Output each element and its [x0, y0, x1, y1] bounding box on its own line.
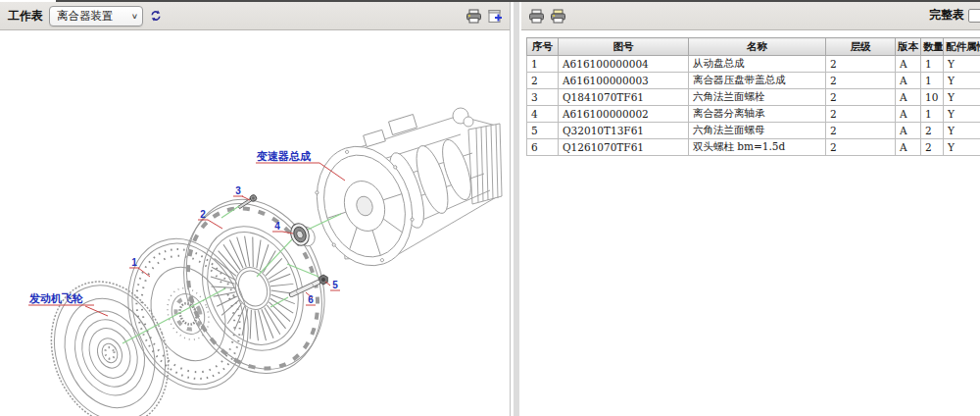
cell-version: A: [896, 139, 921, 156]
table-row[interactable]: 1 A616100000004 从动盘总成 2 A 1 Y: [527, 56, 980, 73]
cell-no: 4: [527, 106, 559, 123]
cell-qty: 10: [921, 89, 944, 106]
col-name[interactable]: 名称: [689, 38, 826, 56]
parts-toolbar: 完整表: [521, 2, 980, 30]
cell-attr: Y: [944, 89, 980, 106]
cell-version: A: [896, 56, 921, 73]
cell-qty: 2: [921, 139, 944, 156]
cell-qty: 2: [921, 123, 944, 139]
chevron-down-icon: ∨: [131, 12, 138, 21]
sheet-select-value: 离合器装置: [57, 9, 114, 24]
cell-version: A: [896, 106, 921, 123]
cell-qty: 1: [921, 73, 944, 89]
cell-version: A: [896, 89, 921, 106]
col-level[interactable]: 层级: [826, 38, 896, 56]
col-attr[interactable]: 配件属性: [944, 38, 980, 56]
cell-partno: Q1841070TF61: [559, 89, 689, 106]
cell-attr: Y: [944, 123, 980, 139]
print-button[interactable]: [465, 6, 482, 26]
worksheet-toolbar: 工作表 离合器装置 ∨: [0, 2, 510, 30]
cell-name: 离合器压盘带盖总成: [689, 73, 826, 89]
cell-level: 2: [826, 106, 896, 123]
app-window: 工作表 离合器装置 ∨: [0, 0, 980, 416]
cell-partno: A616100000004: [559, 56, 689, 73]
table-row[interactable]: 3 Q1841070TF61 六角法兰面螺栓 2 A 10 Y: [527, 89, 980, 106]
transmission-assembly-link[interactable]: 变速器总成: [256, 150, 312, 162]
cell-attr: Y: [944, 73, 980, 89]
cell-attr: Y: [944, 106, 980, 123]
print-icon: [528, 9, 545, 24]
print-preview-button[interactable]: [549, 6, 566, 26]
cell-level: 2: [826, 89, 896, 106]
cell-partno: Q1261070TF61: [559, 139, 689, 156]
engine-flywheel-link[interactable]: 发动机飞轮: [28, 292, 83, 304]
table-row[interactable]: 6 Q1261070TF61 双头螺柱 bm=1.5d 2 A 2 Y: [527, 139, 980, 156]
callout-4[interactable]: 4: [274, 221, 280, 232]
cell-attr: Y: [944, 139, 980, 156]
panel-splitter[interactable]: [514, 2, 519, 416]
table-row[interactable]: 4 A616100000002 离合器分离轴承 2 A 1 Y: [527, 106, 980, 123]
cell-no: 6: [527, 139, 559, 156]
flywheel-drawing: [31, 265, 188, 416]
callout-2[interactable]: 2: [200, 209, 206, 220]
callout-5[interactable]: 5: [332, 280, 338, 290]
new-window-icon: [488, 9, 503, 24]
refresh-icon: [149, 9, 163, 23]
print-icon: [466, 9, 482, 24]
cell-no: 5: [527, 123, 559, 139]
cell-partno: A616100000002: [559, 106, 689, 123]
table-row[interactable]: 2 A616100000003 离合器压盘带盖总成 2 A 1 Y: [527, 73, 980, 89]
sheet-select[interactable]: 离合器装置 ∨: [49, 6, 143, 26]
cell-qty: 1: [921, 56, 944, 73]
cell-no: 1: [527, 56, 559, 73]
complete-table-label: 完整表: [929, 7, 964, 24]
cell-level: 2: [826, 73, 896, 89]
cell-level: 2: [826, 139, 896, 156]
release-bearing-drawing: [288, 221, 318, 248]
cell-level: 2: [826, 56, 896, 73]
cell-qty: 1: [921, 106, 944, 123]
callout-3[interactable]: 3: [235, 185, 241, 196]
print-preview-icon: [550, 9, 566, 24]
complete-table-checkbox[interactable]: [968, 9, 980, 23]
cell-name: 六角法兰面螺栓: [689, 89, 826, 106]
cell-version: A: [896, 73, 921, 89]
callout-6[interactable]: 6: [308, 294, 314, 305]
cell-partno: Q32010T13F61: [559, 123, 689, 139]
cell-partno: A616100000003: [559, 73, 689, 89]
print-list-button[interactable]: [527, 6, 545, 26]
cell-attr: Y: [944, 56, 980, 73]
cell-name: 离合器分离轴承: [689, 106, 826, 123]
cell-level: 2: [826, 123, 896, 139]
cell-version: A: [896, 123, 921, 139]
cell-no: 2: [527, 73, 559, 89]
callout-1[interactable]: 1: [131, 257, 137, 268]
col-partno[interactable]: 图号: [559, 38, 689, 56]
cell-name: 双头螺柱 bm=1.5d: [689, 139, 826, 156]
cell-no: 3: [527, 89, 559, 106]
parts-table: 序号 图号 名称 层级 版本 数量 配件属性 1 A616100000004 从…: [526, 37, 980, 156]
col-qty[interactable]: 数量: [921, 38, 944, 56]
cell-name: 从动盘总成: [689, 56, 826, 73]
col-version[interactable]: 版本: [896, 38, 921, 56]
transmission-drawing: [302, 108, 502, 278]
table-header-row: 序号 图号 名称 层级 版本 数量 配件属性: [527, 38, 980, 56]
parts-list-panel: 完整表 序号 图号 名称 层级 版本 数量 配件属性: [521, 2, 980, 416]
stud-drawing: [289, 280, 321, 297]
clutch-exploded-diagram: 1 2 3 4 5 6 变速器总成 发动机飞轮: [0, 31, 511, 416]
col-no[interactable]: 序号: [527, 38, 559, 56]
worksheet-panel: 工作表 离合器装置 ∨: [0, 2, 511, 416]
refresh-button[interactable]: [147, 6, 165, 26]
open-new-window-button[interactable]: [486, 6, 504, 26]
worksheet-label: 工作表: [8, 8, 43, 25]
table-row[interactable]: 5 Q32010T13F61 六角法兰面螺母 2 A 2 Y: [527, 123, 980, 139]
cell-name: 六角法兰面螺母: [689, 123, 826, 139]
